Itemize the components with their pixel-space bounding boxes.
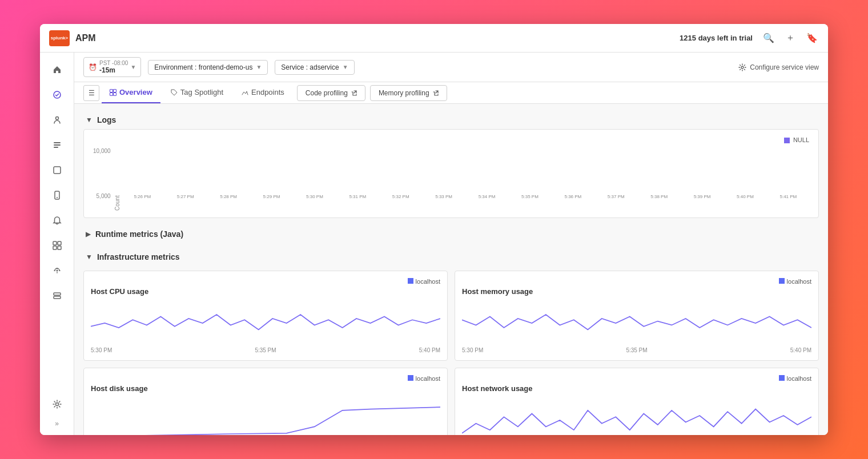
top-actions: 🔍 ＋ 🔖	[762, 31, 819, 45]
bar-column: 5:39 PM	[681, 193, 723, 199]
bar-column: 5:34 PM	[466, 193, 508, 199]
svg-rect-2	[54, 142, 61, 143]
sidebar-item-data-management[interactable]	[46, 284, 69, 307]
logo: splunk>	[49, 30, 70, 46]
svg-rect-9	[58, 241, 61, 245]
bar-x-label: 5:39 PM	[694, 194, 711, 199]
runtime-chevron: ▶	[86, 230, 91, 238]
sidebar-item-settings[interactable]	[46, 393, 69, 416]
time-dropdown-arrow: ▼	[130, 64, 136, 70]
clock-icon: ⏰	[89, 63, 97, 71]
disk-chart-svg	[91, 397, 440, 435]
bar-column: 5:33 PM	[423, 193, 464, 199]
svg-rect-14	[54, 296, 61, 299]
tab-tag-spotlight[interactable]: Tag Spotlight	[163, 82, 231, 103]
bar-column: 5:35 PM	[509, 193, 550, 199]
bar-x-label: 5:31 PM	[349, 194, 366, 199]
gear-icon	[738, 63, 746, 71]
sidebar-item-apm[interactable]	[46, 83, 69, 106]
memory-x-labels: 5:30 PM 5:35 PM 5:40 PM	[462, 347, 811, 353]
svg-rect-4	[54, 147, 58, 148]
y-mid-label: 5,000	[93, 193, 111, 199]
trial-info: 1215 days left in trial	[680, 34, 753, 42]
y-max-label: 10,000	[93, 148, 111, 154]
sidebar-item-metrics[interactable]	[46, 259, 69, 282]
disk-chart-card: localhost Host disk usage 5:30 PM 5:35 P…	[83, 368, 448, 435]
sidebar-item-home[interactable]	[46, 58, 69, 81]
disk-chart-title: Host disk usage	[91, 384, 440, 393]
sidebar-item-alerts[interactable]	[46, 209, 69, 232]
network-chart-title: Host network usage	[462, 384, 811, 393]
sidebar-item-log-observer[interactable]	[46, 134, 69, 156]
overview-icon	[110, 89, 116, 96]
runtime-metrics-section-header[interactable]: ▶ Runtime metrics (Java)	[83, 225, 819, 243]
content-area: ⏰ PST -08:00 -15m ▼ Environment : fronte…	[74, 53, 828, 435]
sidebar-item-dashboards[interactable]	[46, 234, 69, 257]
sidebar-item-synthetics[interactable]	[46, 159, 69, 182]
environment-arrow: ▼	[256, 64, 262, 70]
cpu-legend-dot	[408, 278, 413, 284]
legend-null: NULL	[784, 136, 809, 143]
sidebar-item-on-call[interactable]	[46, 184, 69, 207]
tab-endpoints[interactable]: Endpoints	[234, 82, 292, 103]
sidebar-expand-button[interactable]: »	[46, 417, 69, 430]
tab-bar: ☰ Overview Tag Spotlight Endpoints Code …	[74, 82, 828, 104]
runtime-section-title: Runtime metrics (Java)	[95, 230, 183, 239]
configure-label: Configure service view	[750, 63, 819, 71]
top-bar: splunk> APM 1215 days left in trial 🔍 ＋ …	[40, 24, 828, 53]
time-zone-label: PST -08:00	[99, 60, 128, 66]
svg-point-1	[55, 117, 58, 120]
infrastructure-charts-grid: localhost Host CPU usage 5:30 PM 5:35 PM…	[83, 271, 819, 435]
svg-rect-13	[54, 293, 61, 295]
cpu-chart-title: Host CPU usage	[91, 287, 440, 296]
svg-point-12	[56, 270, 58, 272]
time-range-label: -15m	[99, 66, 128, 74]
bar-x-label: 5:29 PM	[263, 194, 280, 199]
bar-column: 5:31 PM	[337, 193, 379, 199]
bar-x-label: 5:33 PM	[435, 194, 452, 199]
tab-code-profiling[interactable]: Code profiling	[297, 85, 365, 101]
logo-area: splunk> APM	[49, 30, 118, 46]
bookmark-button[interactable]: 🔖	[805, 31, 819, 45]
sidebar-item-infrastructure[interactable]	[46, 108, 69, 131]
infra-metrics-section-header[interactable]: ▼ Infrastructure metrics	[83, 248, 819, 266]
bar-column: 5:37 PM	[595, 193, 637, 199]
svg-point-7	[57, 197, 58, 198]
endpoints-icon	[242, 89, 248, 96]
svg-rect-19	[110, 92, 113, 95]
tab-memory-profiling[interactable]: Memory profiling	[370, 85, 447, 101]
logs-section-header[interactable]: ▼ Logs	[83, 111, 819, 129]
environment-selector[interactable]: Environment : frontend-demo-us ▼	[148, 60, 268, 75]
sidebar: »	[40, 53, 74, 435]
scroll-content[interactable]: ▼ Logs NULL 10,000 5,000	[74, 104, 828, 435]
memory-chart-svg	[462, 300, 811, 346]
search-button[interactable]: 🔍	[762, 31, 775, 45]
app-window: splunk> APM 1215 days left in trial 🔍 ＋ …	[40, 24, 828, 435]
infra-section-title: Infrastructure metrics	[97, 252, 180, 261]
bar-column: 5:29 PM	[251, 193, 292, 199]
bar-x-label: 5:36 PM	[564, 194, 581, 199]
network-chart-svg	[462, 397, 811, 435]
memory-chart-title: Host memory usage	[462, 287, 811, 296]
logs-chevron: ▼	[86, 116, 93, 124]
app-title: APM	[75, 33, 96, 43]
service-arrow: ▼	[343, 64, 348, 70]
svg-rect-11	[58, 246, 61, 249]
time-selector[interactable]: ⏰ PST -08:00 -15m ▼	[83, 57, 141, 77]
svg-rect-8	[53, 241, 57, 245]
bar-column: 5:28 PM	[207, 193, 249, 199]
cpu-legend: localhost	[91, 278, 440, 285]
y-axis-title: Count	[114, 148, 120, 211]
tab-overview[interactable]: Overview	[102, 82, 160, 103]
configure-service-view-button[interactable]: Configure service view	[738, 63, 819, 71]
network-chart-area	[462, 397, 811, 435]
memory-chart-area	[462, 300, 811, 346]
service-selector[interactable]: Service : adservice ▼	[275, 60, 354, 75]
logs-chart-legend: NULL	[93, 136, 809, 143]
list-view-button[interactable]: ☰	[83, 85, 99, 101]
bar-x-label: 5:26 PM	[134, 194, 151, 199]
add-button[interactable]: ＋	[783, 31, 797, 45]
network-legend: localhost	[462, 375, 811, 382]
cpu-chart-svg	[91, 300, 440, 346]
main-layout: » ⏰ PST -08:00 -15m ▼ Environment : fron…	[40, 53, 828, 435]
